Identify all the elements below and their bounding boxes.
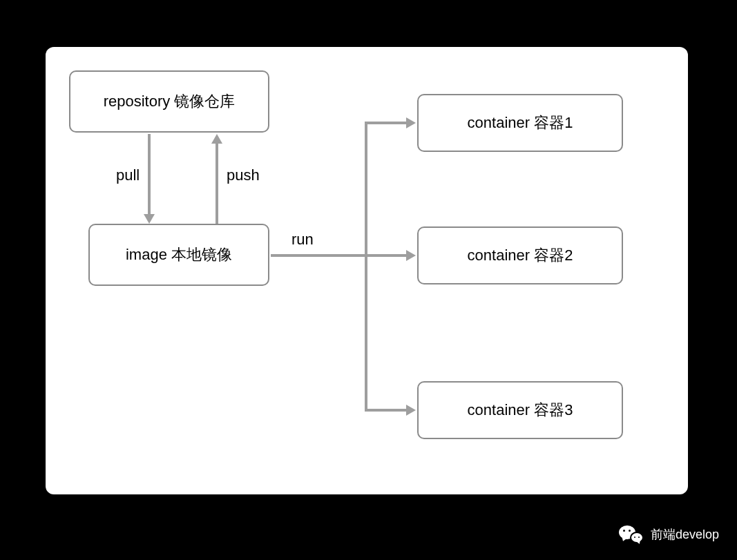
push-arrow-line [216,144,218,224]
run-arrow-head-1 [406,117,416,128]
image-label: image 本地镜像 [126,244,232,265]
run-arrow-main [271,254,406,257]
push-label: push [227,166,260,184]
container2-label: container 容器2 [468,245,573,266]
repository-label: repository 镜像仓库 [104,91,236,112]
watermark: 前端develop [619,524,719,545]
container1-label: container 容器1 [468,113,573,133]
watermark-text: 前端develop [651,526,719,543]
container3-box: container 容器3 [417,381,623,439]
push-arrow-head [211,134,222,144]
branch-to-c1 [365,122,408,124]
repository-box: repository 镜像仓库 [69,70,269,133]
container2-box: container 容器2 [417,226,623,284]
pull-arrow-head [144,214,155,224]
container1-box: container 容器1 [417,94,623,152]
branch-to-c3 [365,409,408,412]
image-box: image 本地镜像 [88,224,269,286]
pull-arrow-line [148,134,151,215]
branch-vertical [365,122,367,412]
pull-label: pull [116,166,140,184]
run-arrow-head-3 [406,405,416,416]
diagram-canvas: repository 镜像仓库 image 本地镜像 container 容器1… [46,47,688,494]
wechat-icon [619,524,644,545]
run-label: run [291,231,314,249]
container3-label: container 容器3 [468,400,573,421]
run-arrow-head-2 [406,250,416,261]
